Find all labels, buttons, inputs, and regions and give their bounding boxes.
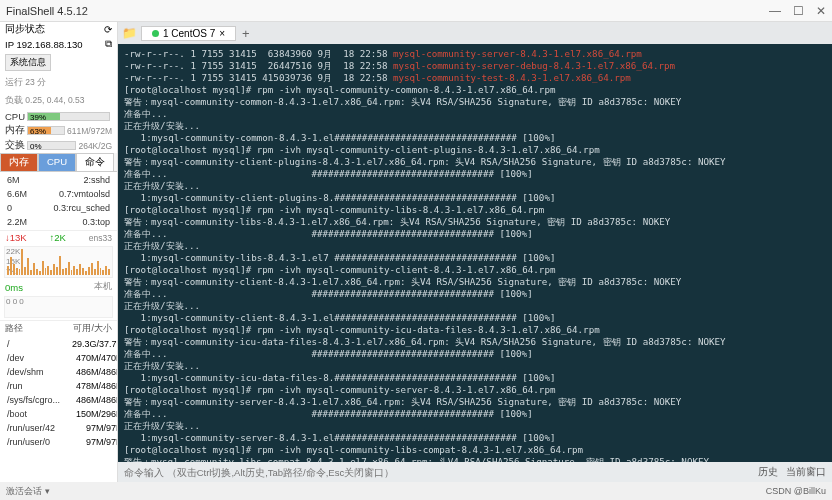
sysinfo-button[interactable]: 系统信息	[5, 54, 51, 71]
process-table: 6M2:sshd6.6M0.7:vmtoolsd00.3:rcu_sched2.…	[0, 172, 117, 230]
session-tabs: 📁 1 CentOS 7 × +	[118, 22, 832, 44]
process-row[interactable]: 2.2M0.3:top	[2, 216, 115, 228]
close-icon[interactable]: ✕	[816, 4, 826, 18]
command-bar: 历史 当前窗口	[118, 462, 832, 482]
status-dot-icon	[152, 30, 159, 37]
cpu-pct: 39%	[30, 113, 46, 122]
copy-icon[interactable]: ⧉	[105, 38, 112, 50]
disk-row[interactable]: /sys/fs/cgro...486M/486M	[2, 394, 118, 406]
proc-tabs: 内存 CPU 命令	[0, 153, 117, 172]
avail-header: 可用/大小	[73, 322, 112, 335]
net-down: ↓13K	[5, 232, 27, 243]
net-chart: 22K15K7K	[4, 246, 113, 278]
watermark: CSDN @BillKu	[766, 486, 826, 496]
minimize-icon[interactable]: —	[769, 4, 781, 18]
tab-centos[interactable]: 1 CentOS 7 ×	[141, 26, 236, 41]
command-input[interactable]	[124, 467, 758, 478]
process-row[interactable]: 6.6M0.7:vmtoolsd	[2, 188, 115, 200]
mem-pct: 63%	[30, 127, 46, 136]
swap-bar: 0%	[27, 141, 76, 150]
tab-cpu[interactable]: CPU	[38, 153, 76, 171]
ip-address: IP 192.168.88.130	[5, 39, 82, 50]
ping-value: 0ms	[5, 282, 23, 293]
tab-mem[interactable]: 内存	[0, 153, 38, 171]
disk-row[interactable]: /29.3G/37.7G	[2, 338, 118, 350]
disk-row[interactable]: /boot150M/296M	[2, 408, 118, 420]
disk-row[interactable]: /dev470M/470M	[2, 352, 118, 364]
current-window-button[interactable]: 当前窗口	[786, 466, 826, 479]
disk-row[interactable]: /run/user/097M/97M	[2, 436, 118, 448]
host-label: 本机	[94, 281, 112, 293]
tab-close-icon[interactable]: ×	[219, 28, 225, 39]
process-row[interactable]: 6M2:sshd	[2, 174, 115, 186]
statusbar: 激活会话 ▾ CSDN @BillKu	[0, 482, 832, 500]
uptime: 运行 23 分	[0, 74, 117, 92]
swap-val: 264K/2G	[78, 141, 112, 151]
titlebar: FinalShell 4.5.12 — ☐ ✕	[0, 0, 832, 22]
activate-session[interactable]: 激活会话 ▾	[6, 485, 50, 498]
disk-row[interactable]: /run478M/486M	[2, 380, 118, 392]
load-avg: 负载 0.25, 0.44, 0.53	[0, 92, 117, 110]
path-header: 路径	[5, 322, 23, 335]
disk-row[interactable]: /dev/shm486M/486M	[2, 366, 118, 378]
swap-pct: 0%	[30, 142, 42, 151]
window-controls: — ☐ ✕	[769, 4, 826, 18]
cpu-bar: 39%	[27, 112, 110, 121]
mem-label: 内存	[5, 124, 25, 137]
disk-table: /29.3G/37.7G/dev470M/470M/dev/shm486M/48…	[0, 336, 118, 450]
sync-icon[interactable]: ⟳	[104, 24, 112, 35]
history-button[interactable]: 历史	[758, 466, 778, 479]
sync-status-label: 同步状态	[5, 23, 45, 36]
mem-bar: 63%	[27, 126, 65, 135]
tab-cmd[interactable]: 命令	[76, 153, 114, 171]
net-up: ↑2K	[50, 232, 66, 243]
cpu-label: CPU	[5, 111, 25, 122]
process-row[interactable]: 00.3:rcu_sched	[2, 202, 115, 214]
terminal[interactable]: -rw-r--r--. 1 7155 31415 63843960 9月 18 …	[118, 44, 832, 462]
sidebar: 同步状态⟳ IP 192.168.88.130⧉ 系统信息 运行 23 分 负载…	[0, 22, 118, 482]
content-area: 📁 1 CentOS 7 × + -rw-r--r--. 1 7155 3141…	[118, 22, 832, 482]
swap-label: 交换	[5, 139, 25, 152]
net-interface: ens33	[89, 233, 112, 243]
tab-label: 1 CentOS 7	[163, 28, 215, 39]
new-tab-icon[interactable]: +	[242, 26, 250, 41]
mem-val: 611M/972M	[67, 126, 112, 136]
maximize-icon[interactable]: ☐	[793, 4, 804, 18]
folder-icon[interactable]: 📁	[122, 26, 137, 40]
disk-row[interactable]: /run/user/4297M/97M	[2, 422, 118, 434]
ping-chart: 0 0 0	[4, 296, 113, 318]
app-title: FinalShell 4.5.12	[6, 5, 88, 17]
